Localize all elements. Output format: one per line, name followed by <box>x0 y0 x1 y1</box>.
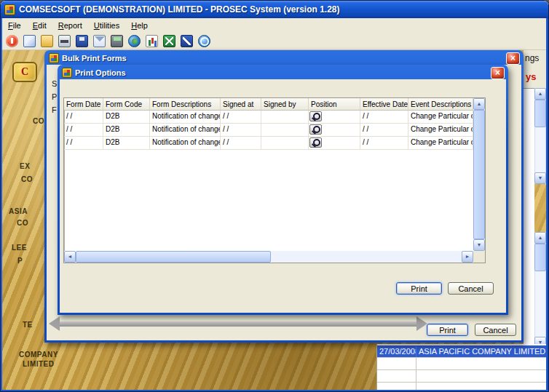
toolbar-word-button[interactable] <box>178 33 195 49</box>
cell-signed-at: / / <box>221 137 261 150</box>
cell-effective-date: / / <box>360 111 408 124</box>
menu-edit[interactable]: Edit <box>27 20 52 31</box>
record-row-selected[interactable]: 27/03/2008 ASIA PACIFIC COMPANY LIMITED <box>377 345 548 358</box>
scroll-down-icon[interactable] <box>473 239 485 251</box>
print-options-titlebar[interactable]: Print Options × <box>60 65 506 79</box>
column-header-form-descriptions[interactable]: Form Descriptions <box>150 98 221 111</box>
position-lookup-button[interactable] <box>309 124 322 135</box>
background-text-fragment: CO <box>17 219 28 227</box>
background-scrollbar <box>534 232 546 348</box>
forms-icon <box>41 35 53 47</box>
menu-report[interactable]: Report <box>52 20 88 31</box>
mail-icon <box>93 35 106 47</box>
grid-header-row: Form Date Form Code Form Descriptions Si… <box>64 98 473 111</box>
toolbar-save-button[interactable] <box>74 33 90 49</box>
column-header-signed-by[interactable]: Signed by <box>261 98 309 111</box>
menu-file[interactable]: File <box>2 20 27 31</box>
cell-form-code: D2B <box>103 124 150 137</box>
grid-vertical-scrollbar <box>473 98 485 251</box>
company-icon <box>23 35 36 47</box>
chart-icon <box>146 35 158 47</box>
grid-horizontal-scrollbar <box>64 251 473 263</box>
grid-row[interactable]: / / D2B Notification of change o / / / /… <box>64 137 473 150</box>
toolbar-excel-button[interactable] <box>161 33 178 49</box>
toolbar-company-button[interactable] <box>21 33 38 49</box>
cell-form-descriptions: Notification of change o <box>150 111 221 124</box>
browser-icon <box>198 35 210 47</box>
grid-row[interactable]: / / D2B Notification of change o / / / /… <box>64 111 473 124</box>
cell-form-code: D2B <box>103 111 150 124</box>
column-header-position[interactable]: Position <box>309 98 360 111</box>
toolbar-globe-button[interactable] <box>126 33 143 49</box>
clipped-field-label: F <box>52 105 57 114</box>
toolbar <box>2 32 547 50</box>
cancel-button[interactable]: Cancel <box>475 324 516 336</box>
scroll-right-icon[interactable] <box>462 251 473 263</box>
form-icon <box>49 53 59 63</box>
clipped-label: ngs <box>525 53 539 63</box>
cell-position <box>309 137 360 150</box>
calculator-icon <box>111 35 123 47</box>
cell-signed-at: / / <box>221 111 261 124</box>
column-header-event-descriptions[interactable]: Event Descriptions <box>408 98 473 111</box>
cell-form-date: / / <box>64 124 103 137</box>
cell-effective-date: / / <box>360 124 408 137</box>
toolbar-calculator-button[interactable] <box>108 33 125 49</box>
cell-event-descriptions: Change Particular of D <box>408 137 473 150</box>
background-text-fragment: LIMITED <box>23 360 55 368</box>
close-icon[interactable]: × <box>506 52 520 65</box>
toolbar-printer-button[interactable] <box>56 33 73 49</box>
save-icon <box>76 35 88 47</box>
scroll-up-icon[interactable] <box>534 88 546 100</box>
cell-signed-by <box>261 124 309 137</box>
cell-signed-at: / / <box>221 124 261 137</box>
background-text-fragment: CO <box>21 175 33 183</box>
cell-event-descriptions: Change Particular of D <box>408 124 473 137</box>
scroll-hint-arrow <box>49 316 427 331</box>
scrollbar-thumb[interactable] <box>76 251 271 263</box>
main-titlebar[interactable]: COMSECSOFT (DEMONSTRATION) LIMITED - PRO… <box>1 1 548 18</box>
print-options-title: Print Options <box>75 68 488 77</box>
scrollbar-thumb[interactable] <box>473 110 485 239</box>
column-header-effective-date[interactable]: Effective Date <box>360 98 408 111</box>
background-text-fragment: COMPANY <box>19 351 58 359</box>
grid-row[interactable]: / / D2B Notification of change o / / / /… <box>64 124 473 137</box>
menu-utilities[interactable]: Utilities <box>88 20 125 31</box>
toolbar-chart-button[interactable] <box>143 33 160 49</box>
bulk-titlebar[interactable]: Bulk Print Forms × <box>47 50 521 65</box>
record-date-cell: 27/03/2008 <box>377 345 416 357</box>
window-frame <box>1 18 2 390</box>
record-row[interactable] <box>377 358 548 370</box>
toolbar-forms-button[interactable] <box>39 33 55 49</box>
toolbar-mail-button[interactable] <box>91 33 108 49</box>
cell-form-date: / / <box>64 137 103 150</box>
column-header-form-date[interactable]: Form Date <box>64 98 103 111</box>
print-button[interactable]: Print <box>427 324 468 336</box>
scrollbar-thumb[interactable] <box>534 244 546 271</box>
record-row[interactable] <box>377 370 548 383</box>
cell-effective-date: / / <box>360 137 408 150</box>
background-text-fragment: LEE <box>12 244 27 252</box>
scroll-up-icon[interactable] <box>534 232 546 244</box>
cell-event-descriptions: Change Particular of D <box>408 111 473 124</box>
position-lookup-button[interactable] <box>309 137 322 148</box>
cell-signed-by <box>261 137 309 150</box>
scroll-up-icon[interactable] <box>473 98 485 110</box>
print-button[interactable]: Print <box>396 282 442 295</box>
column-header-signed-at[interactable]: Signed at <box>221 98 261 111</box>
background-scrollbar <box>534 88 546 184</box>
menu-help[interactable]: Help <box>125 20 154 31</box>
company-shortcut-button[interactable]: C <box>12 62 37 82</box>
position-lookup-button[interactable] <box>309 111 322 121</box>
toolbar-browser-button[interactable] <box>196 33 213 49</box>
forms-grid: Form Date Form Code Form Descriptions Si… <box>63 97 486 263</box>
close-icon[interactable]: × <box>491 67 505 79</box>
scrollbar-thumb[interactable] <box>534 100 546 127</box>
scroll-left-icon[interactable] <box>64 251 76 263</box>
menubar: File Edit Report Utilities Help <box>2 18 547 32</box>
column-header-form-code[interactable]: Form Code <box>103 98 150 111</box>
window-frame <box>546 18 549 390</box>
scroll-down-icon[interactable] <box>534 172 546 184</box>
toolbar-exit-button[interactable] <box>4 33 20 49</box>
cancel-button[interactable]: Cancel <box>448 282 494 295</box>
